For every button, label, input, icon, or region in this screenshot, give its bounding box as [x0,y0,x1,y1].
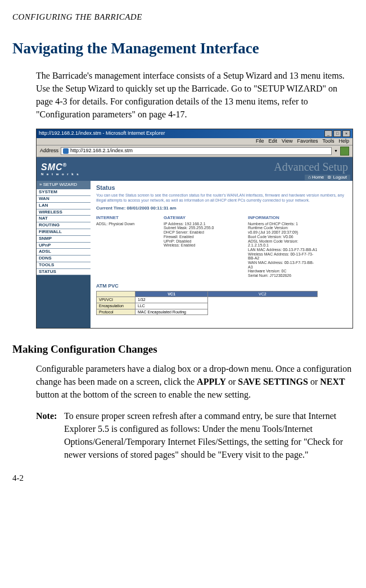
address-input[interactable]: http://192.168.2.1/index.stm [61,147,332,155]
menu-favorites[interactable]: Favorites [297,139,318,144]
note-text: To ensure proper screen refresh after a … [64,409,354,462]
atm-vc1-table: VC1 VPI/VCI1/32 EncapsulationLLC Protoco… [96,291,208,316]
address-bar: Address http://192.168.2.1/index.stm ▼ [37,145,353,157]
note-block: Note: To ensure proper screen refresh af… [36,409,354,462]
sidebar: » SETUP WIZARD SYSTEM WAN LAN WIRELESS N… [37,181,91,328]
browser-menubar: File Edit View Favorites Tools Help [37,138,353,145]
smc-logo: SMC® N e t w o r k s [41,162,80,176]
brand-header: SMC® N e t w o r k s Advanced Setup ⌂ Ho… [37,157,353,181]
current-time: Current Time: 08/01/2003 00:11:31 am [96,206,347,211]
address-label: Address [40,148,58,154]
menu-edit[interactable]: Edit [269,139,278,144]
status-panel: Status You can use the Status screen to … [91,181,353,328]
menu-help[interactable]: Help [338,139,349,144]
ie-icon [63,148,69,154]
information-column: INFORMATION Numbers of DHCP Clients: 1 R… [248,216,317,278]
window-controls: _ □ × [324,130,350,137]
menu-file[interactable]: File [256,139,264,144]
sidebar-item-wireless[interactable]: WIRELESS [37,209,91,216]
sidebar-item-wan[interactable]: WAN [37,196,91,203]
sidebar-item-tools[interactable]: TOOLS [37,262,91,269]
logout-link[interactable]: ⦻ Logout [327,175,347,180]
atm-pvc-title: ATM PVC [96,284,347,289]
window-titlebar: http://192.168.2.1/index.stm - Microsoft… [37,129,353,138]
sidebar-item-system[interactable]: SYSTEM [37,189,91,196]
minimize-button[interactable]: _ [324,130,332,137]
sidebar-item-snmp[interactable]: SNMP [37,236,91,243]
note-label: Note: [36,409,62,422]
status-title: Status [96,184,347,191]
menu-tools[interactable]: Tools [322,139,334,144]
sidebar-item-firewall[interactable]: FIREWALL [37,229,91,236]
url-text: http://192.168.2.1/index.stm [70,148,133,154]
config-paragraph: Configurable parameters have a dialog bo… [36,362,354,402]
close-button[interactable]: × [342,130,350,137]
sidebar-item-nat[interactable]: NAT [37,216,91,222]
screenshot-browser-window: http://192.168.2.1/index.stm - Microsoft… [36,129,353,329]
atm-vc2-header: VC2 [207,291,318,298]
advanced-setup-title: Advanced Setup [274,161,348,173]
sidebar-item-routing[interactable]: ROUTING [37,222,91,229]
setup-wizard-link[interactable]: » SETUP WIZARD [37,181,91,189]
go-button[interactable] [340,147,349,156]
sidebar-item-upnp[interactable]: UPnP [37,243,91,249]
page-number: 4-2 [12,472,354,484]
window-title: http://192.168.2.1/index.stm - Microsoft… [39,131,165,136]
intro-paragraph: The Barricade's management interface con… [36,69,354,121]
internet-column: INTERNET ADSL: Physical Down [96,216,158,278]
page-heading: Navigating the Management Interface [12,38,354,58]
sidebar-item-adsl[interactable]: ADSL [37,249,91,256]
sidebar-item-lan[interactable]: LAN [37,203,91,209]
running-header: CONFIGURING THE BARRICADE [12,11,354,22]
section-heading: Making Configuration Changes [12,342,354,357]
menu-view[interactable]: View [282,139,292,144]
status-description: You can use the Status screen to see the… [96,193,347,203]
sidebar-item-status[interactable]: STATUS [37,269,91,276]
gateway-column: GATEWAY IP Address: 192.168.2.1 Subnet M… [164,216,242,278]
sidebar-item-ddns[interactable]: DDNS [37,256,91,262]
home-link[interactable]: ⌂ Home [308,175,324,180]
maximize-button[interactable]: □ [333,130,341,137]
